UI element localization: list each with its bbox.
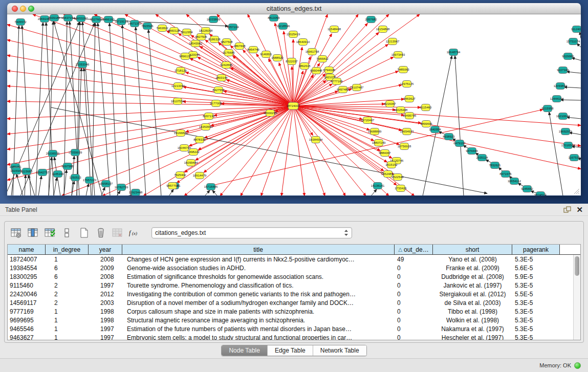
table-cell[interactable]: 1 [46,255,89,264]
table-cell[interactable]: 5.3E-5 [512,316,560,324]
table-select-combo[interactable]: citations_edges.txt [151,227,352,238]
table-cell[interactable]: Wolkin et al. (1998) [433,316,512,324]
table-cell[interactable]: 5.5E-5 [512,290,560,298]
function-builder-icon[interactable]: f(x) [128,227,141,238]
table-row[interactable]: 1872400712008Changes of HCN gene express… [8,255,580,264]
table-cell[interactable]: 1 [46,324,89,333]
tab-node-table[interactable]: Node Table [222,345,268,356]
table-cell[interactable]: 5.3E-5 [512,324,560,333]
delete-attribute-icon[interactable] [95,227,107,238]
table-cell[interactable]: 2003 [89,298,122,307]
table-cell[interactable]: 0 [395,281,433,290]
table-cell[interactable]: 5.6E-5 [512,264,560,272]
table-row[interactable]: 1938455462009Genome-wide association stu… [8,264,580,272]
table-row[interactable]: 977716911998Corpus callosum shape and si… [8,307,580,316]
tab-network-table[interactable]: Network Table [313,345,366,356]
cell-format-icon[interactable] [61,227,73,238]
scrollbar-thumb[interactable] [575,256,579,276]
table-cell[interactable]: 1 [46,316,89,324]
table-cell[interactable]: 9115460 [8,281,46,290]
table-cell[interactable]: 1997 [89,324,122,333]
table-cell[interactable]: 5.3E-5 [512,281,560,290]
table-cell[interactable]: Investigating the contribution of common… [122,290,395,298]
table-cell[interactable]: Tourette syndrome. Phenomenology and cla… [122,281,395,290]
column-header-short[interactable]: short [433,245,512,255]
table-cell[interactable]: 0 [395,333,433,340]
table-cell[interactable]: 0 [395,307,433,316]
table-cell[interactable]: Tibbo et al. (1998) [433,307,512,316]
table-cell[interactable]: 0 [395,264,433,272]
network-window-titlebar[interactable]: citations_edges.txt [7,3,581,14]
table-cell[interactable]: Disruption of a novel member of a sodium… [122,298,395,307]
table-cell[interactable]: 0 [395,298,433,307]
table-cell[interactable]: 18300295 [8,272,46,281]
table-cell[interactable]: 1998 [89,307,122,316]
table-cell[interactable]: Estimation of significance thresholds fo… [122,272,395,281]
table-cell[interactable]: Franke et al. (2009) [433,264,512,272]
table-cell[interactable]: 9777169 [8,307,46,316]
table-cell[interactable]: 5.3E-5 [512,255,560,264]
minimize-window-button[interactable] [20,6,26,12]
table-cell[interactable]: 2 [46,281,89,290]
table-cell[interactable]: 1998 [89,316,122,324]
table-cell[interactable]: 5.3E-5 [512,307,560,316]
table-cell[interactable]: 2008 [89,272,122,281]
table-row[interactable]: 946554611997Estimation of the future num… [8,324,580,333]
table-cell[interactable]: 1997 [89,281,122,290]
table-cell[interactable]: Changes of HCN gene expression and I(f) … [122,255,395,264]
table-cell[interactable]: Jankovic et al. (1997) [433,281,512,290]
table-cell[interactable]: 2009 [89,264,122,272]
table-cell[interactable]: 2012 [89,290,122,298]
zoom-window-button[interactable] [28,6,34,12]
tab-edge-table[interactable]: Edge Table [268,345,313,356]
table-cell[interactable]: de Silva et al. (2003) [433,298,512,307]
resize-grip-icon[interactable] [573,187,580,194]
row-select-icon[interactable] [44,227,56,238]
table-row[interactable]: 1456911722003Disruption of a novel membe… [8,298,580,307]
table-cell[interactable]: 19384554 [8,264,46,272]
table-cell[interactable]: 1997 [89,333,122,340]
table-vertical-scrollbar[interactable] [573,255,580,340]
table-cell[interactable]: 5.9E-5 [512,272,560,281]
table-cell[interactable]: 9463627 [8,333,46,340]
close-window-button[interactable] [12,6,18,12]
table-cell[interactable]: Corpus callosum shape and size in male p… [122,307,395,316]
column-visibility-icon[interactable] [27,227,39,238]
new-table-icon[interactable] [78,227,90,238]
network-graph[interactable]: 7405572206914062939185194371541065328715… [7,14,581,195]
table-settings-icon[interactable] [10,227,23,238]
table-cell[interactable]: 9465546 [8,324,46,333]
table-cell[interactable]: Embryonic stem cells: a model to study s… [122,333,395,340]
table-row[interactable]: 1830029562008Estimation of significance … [8,272,580,281]
table-row[interactable]: 946362711997Embryonic stem cells: a mode… [8,333,580,340]
table-cell[interactable]: 5.3E-5 [512,333,560,340]
table-cell[interactable]: 6 [46,264,89,272]
table-cell[interactable]: Dudbridge et al. (2008) [433,272,512,281]
table-cell[interactable]: 0 [395,324,433,333]
table-cell[interactable]: 6 [46,272,89,281]
network-canvas[interactable]: 7405572206914062939185194371541065328715… [7,14,581,195]
table-cell[interactable]: Stergiakouli et al. (2012) [433,290,512,298]
table-cell[interactable]: 2 [46,298,89,307]
column-header-year[interactable]: year [89,245,122,255]
table-cell[interactable]: Structural magnetic resonance image aver… [122,316,395,324]
table-cell[interactable]: 1 [46,307,89,316]
table-cell[interactable]: 9699695 [8,316,46,324]
delete-table-icon[interactable] [112,227,124,238]
table-row[interactable]: 911546021997Tourette syndrome. Phenomeno… [8,281,580,290]
table-row[interactable]: 969969511998Structural magnetic resonanc… [8,316,580,324]
table-cell[interactable]: 2 [46,290,89,298]
column-header-in_degree[interactable]: in_degree [46,245,89,255]
column-header-out_de[interactable]: △out_de… [395,245,433,255]
column-header-name[interactable]: name [8,245,46,255]
table-cell[interactable]: 2008 [89,255,122,264]
table-cell[interactable]: 14569117 [8,298,46,307]
column-header-title[interactable]: title [122,245,395,255]
column-header-pagerank[interactable]: pagerank [512,245,560,255]
table-cell[interactable]: 22420046 [8,290,46,298]
close-panel-icon[interactable]: ✕ [576,206,583,213]
float-panel-icon[interactable] [563,206,571,213]
table-cell[interactable]: Yano et al. (2008) [433,255,512,264]
table-cell[interactable]: 0 [395,272,433,281]
table-cell[interactable]: 49 [395,255,433,264]
